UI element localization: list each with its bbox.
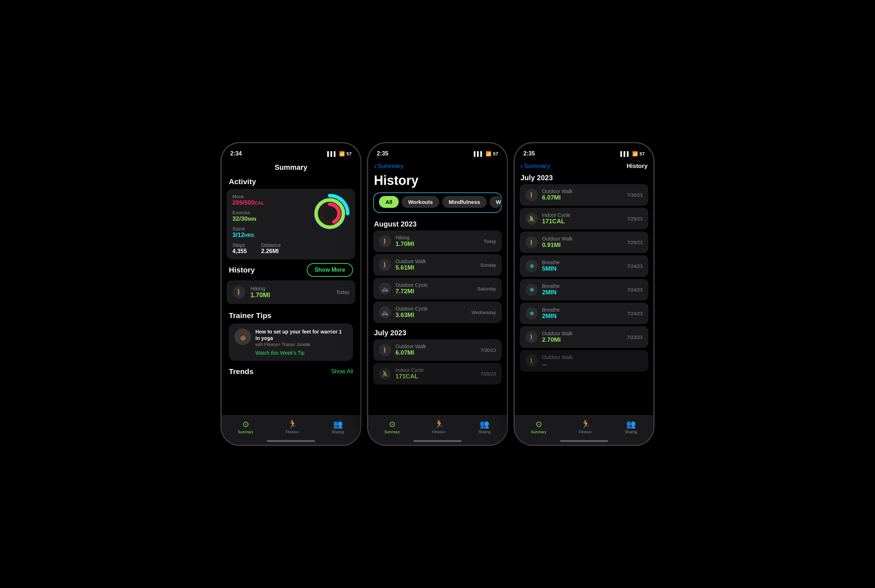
stand-row: Stand 3/12HRS bbox=[232, 226, 310, 239]
tab-fitness-1[interactable]: 🏃 Fitness+ bbox=[286, 420, 299, 434]
p3-ic-1[interactable]: 🚴 Indoor Cycle 171CAL 7/25/23 bbox=[520, 208, 648, 230]
p3-ow-date-2: 7/25/23 bbox=[627, 240, 643, 245]
sharing-label-1: Sharing bbox=[332, 430, 344, 434]
trainer-tip-title: How to set up your feet for warrior 1 in… bbox=[256, 328, 347, 341]
july-header-3: July 2023 bbox=[515, 170, 653, 184]
p3-breathe-val-1: 5MIN bbox=[542, 265, 623, 273]
oc-info-2: Outdoor Cycle 3.63MI bbox=[395, 306, 467, 319]
tab-fitness-3[interactable]: 🏃 Fitness+ bbox=[579, 420, 592, 434]
history-scroll-3[interactable]: July 2023 🚶 Outdoor Walk 6.07MI 7/30/23 … bbox=[515, 170, 653, 425]
oc-date-1: Saturday bbox=[477, 286, 496, 291]
ow-val-1: 5.61MI bbox=[395, 264, 476, 272]
fitness-icon-1: 🏃 bbox=[288, 420, 298, 429]
home-indicator-1 bbox=[267, 440, 315, 442]
p3-breathe-icon-3: ❄ bbox=[526, 307, 538, 320]
oc-name-2: Outdoor Cycle bbox=[395, 306, 467, 312]
filter-workouts[interactable]: Workouts bbox=[401, 196, 439, 208]
p3-ow-1[interactable]: 🚶 Outdoor Walk 6.07MI 7/30/23 bbox=[520, 184, 648, 206]
sharing-icon-2: 👥 bbox=[480, 420, 489, 429]
p3-breathe-3[interactable]: ❄ Breathe 2MIN 7/24/23 bbox=[520, 303, 648, 324]
wifi-icon-3: 📶 bbox=[632, 151, 638, 156]
tab-summary-3[interactable]: ⊙ Summary bbox=[531, 420, 546, 434]
activity-rings bbox=[310, 194, 349, 233]
history-section-title: History bbox=[229, 266, 255, 274]
p3-ow-val-3: 2.70MI bbox=[542, 336, 623, 344]
history-item-1[interactable]: 🚶 Hiking 1.70MI Today bbox=[227, 280, 355, 304]
exercise-value: 32/30MIN bbox=[232, 215, 310, 223]
tab-fitness-2[interactable]: 🏃 Fitness+ bbox=[432, 420, 446, 434]
workout-ow-2[interactable]: 🚶 Outdoor Walk 6.07MI 7/30/23 bbox=[373, 339, 502, 361]
tab-sharing-1[interactable]: 👥 Sharing bbox=[332, 420, 344, 434]
p3-ow-3[interactable]: 🚶 Outdoor Walk 2.70MI 7/23/23 bbox=[520, 326, 648, 348]
phone-2-screen: 2:35 ▌▌▌ 📶 57 ‹ Summary History All Work… bbox=[368, 143, 507, 445]
oc-icon-2: 🚲 bbox=[379, 306, 391, 318]
ow-info-1: Outdoor Walk 5.61MI bbox=[395, 258, 476, 272]
stand-label: Stand bbox=[232, 226, 310, 231]
fitness-icon-2: 🏃 bbox=[434, 420, 444, 429]
trainer-tips-section: Trainer Tips 👩🏾 How to set up your feet … bbox=[222, 307, 360, 364]
back-button-3[interactable]: ‹ Summary bbox=[520, 162, 550, 170]
trainer-card[interactable]: 👩🏾 How to set up your feet for warrior 1… bbox=[229, 323, 353, 361]
hiking-name-2: Hiking bbox=[395, 235, 479, 240]
history-big-title-2: History bbox=[368, 170, 507, 192]
hiking-icon: 🚶 bbox=[232, 286, 245, 298]
history-scroll-2[interactable]: August 2023 🚶 Hiking 1.70MI Today 🚶 Outd… bbox=[368, 216, 507, 445]
p3-breathe-2[interactable]: ❄ Breathe 2MIN 7/24/23 bbox=[520, 279, 648, 300]
hiking-info-2: Hiking 1.70MI bbox=[395, 235, 479, 248]
workout-ow-1[interactable]: 🚶 Outdoor Walk 5.61MI Sunday bbox=[373, 254, 502, 276]
time-3: 2:35 bbox=[523, 150, 535, 157]
p3-breathe-info-2: Breathe 2MIN bbox=[542, 283, 623, 296]
trainer-avatar: 👩🏾 bbox=[235, 328, 251, 345]
exercise-label: Exercise bbox=[232, 210, 310, 215]
p3-ow-val-1: 6.07MI bbox=[542, 194, 623, 201]
oc-val-2: 3.63MI bbox=[395, 312, 467, 319]
tab-summary-2[interactable]: ⊙ Summary bbox=[384, 420, 400, 434]
p3-breathe-1[interactable]: ❄ Breathe 5MIN 7/24/23 bbox=[520, 255, 648, 277]
steps-group: Steps 4,355 bbox=[232, 242, 247, 255]
show-all-link[interactable]: Show All bbox=[331, 368, 353, 375]
ow-date-1: Sunday bbox=[480, 262, 496, 268]
p3-ow-4[interactable]: 🚶 Outdoor Walk ... bbox=[520, 350, 648, 372]
tab-summary-1[interactable]: ⊙ Summary bbox=[238, 420, 253, 434]
p3-ow-icon-4: 🚶 bbox=[526, 355, 538, 367]
workout-oc-2[interactable]: 🚲 Outdoor Cycle 3.63MI Wednesday bbox=[373, 302, 502, 323]
ic-info-1: Indoor Cycle 171CAL bbox=[395, 367, 476, 380]
p3-ow-2[interactable]: 🚶 Outdoor Walk 0.91MI 7/25/23 bbox=[520, 231, 648, 253]
time-2: 2:35 bbox=[377, 150, 388, 157]
tab-sharing-3[interactable]: 👥 Sharing bbox=[625, 420, 637, 434]
battery-icon-1: 57 bbox=[347, 151, 352, 156]
filter-mindfulness[interactable]: Mindfulness bbox=[442, 196, 487, 208]
wifi-icon-1: 📶 bbox=[339, 151, 345, 156]
signal-icon-2: ▌▌▌ bbox=[474, 151, 484, 156]
p3-breathe-icon-1: ❄ bbox=[526, 260, 538, 272]
july-header-2: July 2023 bbox=[368, 325, 507, 339]
oc-icon-1: 🚲 bbox=[379, 282, 391, 295]
p3-ic-icon-1: 🚴 bbox=[526, 213, 538, 225]
move-label: Move bbox=[232, 194, 310, 199]
summary-icon-3: ⊙ bbox=[535, 420, 542, 429]
fitness-label-2: Fitness+ bbox=[432, 430, 446, 434]
summary-icon-2: ⊙ bbox=[389, 420, 395, 429]
sharing-label-3: Sharing bbox=[625, 430, 637, 434]
august-header: August 2023 bbox=[368, 216, 507, 231]
ow-date-2: 7/30/23 bbox=[481, 348, 496, 353]
filter-w[interactable]: W bbox=[490, 196, 502, 208]
filter-all[interactable]: All bbox=[379, 196, 399, 208]
ic-val-1: 171CAL bbox=[395, 373, 476, 380]
ow-icon-2: 🚶 bbox=[379, 344, 391, 356]
workout-oc-1[interactable]: 🚲 Outdoor Cycle 7.72MI Saturday bbox=[373, 278, 502, 299]
sharing-icon-1: 👥 bbox=[333, 420, 343, 429]
tab-sharing-2[interactable]: 👥 Sharing bbox=[478, 420, 490, 434]
workout-ic-1[interactable]: 🚴 Indoor Cycle 171CAL 7/25/23 bbox=[373, 363, 502, 384]
show-more-button[interactable]: Show More bbox=[307, 263, 353, 277]
move-value: 209/500CAL bbox=[232, 199, 310, 206]
trends-row: Trends Show All bbox=[222, 364, 360, 376]
ow-icon-1: 🚶 bbox=[379, 259, 391, 271]
back-label-3: Summary bbox=[524, 163, 550, 170]
workout-hiking[interactable]: 🚶 Hiking 1.70MI Today bbox=[373, 231, 502, 252]
watch-tip-link[interactable]: Watch this Week's Tip bbox=[256, 350, 347, 356]
hiking-value: 1.70MI bbox=[250, 291, 331, 299]
p3-ow-name-4: Outdoor Walk bbox=[542, 354, 638, 360]
steps-label: Steps bbox=[232, 242, 247, 248]
back-button-2[interactable]: ‹ Summary bbox=[374, 162, 403, 170]
